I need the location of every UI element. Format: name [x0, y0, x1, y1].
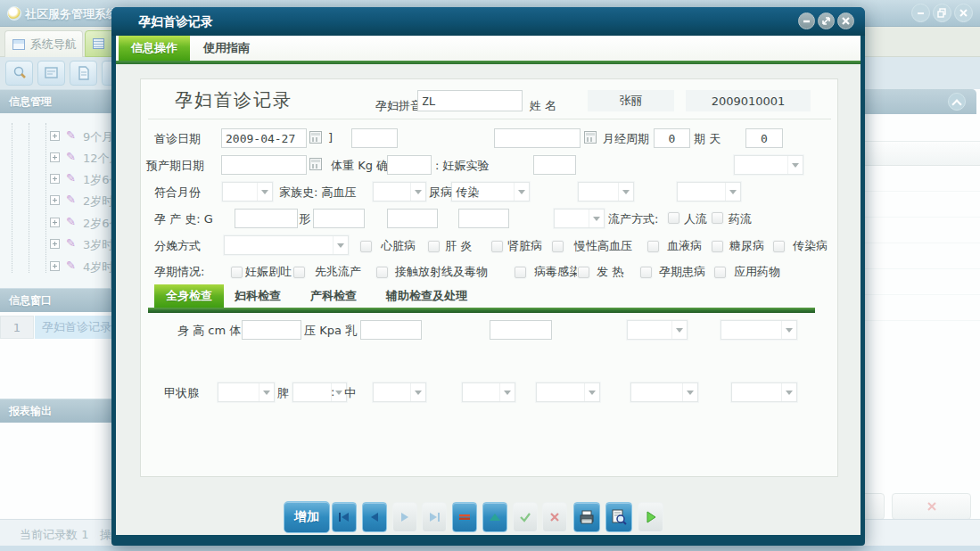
collapse-panel-button[interactable] — [948, 93, 966, 111]
expand-icon[interactable] — [50, 131, 60, 141]
tab-info-operation[interactable]: 信息操作 — [119, 36, 190, 61]
checkbox-chronic-hypertension[interactable] — [552, 241, 564, 252]
tree-item[interactable]: ✎ 2岁时 — [0, 191, 111, 210]
checkbox-threatened-abortion[interactable] — [293, 267, 305, 278]
table-row[interactable] — [858, 192, 980, 218]
print-button[interactable] — [573, 502, 600, 532]
checkbox-hepatitis[interactable] — [428, 241, 440, 252]
checkbox-diabetes[interactable] — [712, 241, 723, 252]
bp-input[interactable] — [360, 320, 422, 340]
tab-data-partial[interactable] — [85, 30, 115, 57]
expand-icon[interactable] — [50, 174, 60, 184]
table-row[interactable] — [858, 269, 980, 295]
date-input[interactable] — [494, 128, 581, 148]
due-date-input[interactable] — [221, 155, 307, 175]
delivery-select[interactable] — [224, 235, 349, 255]
checkbox-hyperemesis[interactable] — [231, 267, 243, 278]
row-c-select-3[interactable] — [578, 182, 634, 201]
next-record-button[interactable] — [392, 502, 417, 532]
menses-days-input[interactable] — [745, 128, 783, 148]
calendar-icon[interactable] — [309, 158, 322, 170]
confirm-button[interactable] — [513, 502, 538, 532]
tree-item[interactable]: ✎ 3岁时 — [0, 234, 111, 254]
height-input[interactable] — [242, 320, 301, 340]
add-button[interactable]: 增加 — [284, 501, 330, 533]
tab-system-nav[interactable]: 系统导航 — [4, 30, 83, 57]
tree-item[interactable]: ✎ 1岁6个月 — [0, 169, 111, 189]
checkbox-virus-infection[interactable] — [515, 267, 526, 278]
last-record-button[interactable] — [422, 502, 447, 532]
calendar-icon[interactable] — [584, 131, 597, 144]
cancel-button[interactable] — [542, 502, 567, 532]
checkbox-illness-in-pregnancy[interactable] — [640, 267, 652, 278]
checkbox-infectious-disease[interactable] — [773, 241, 785, 252]
expand-icon[interactable] — [50, 239, 60, 249]
checkbox-kidney-disease[interactable] — [491, 241, 503, 252]
checkbox-blood-disease[interactable] — [647, 241, 659, 252]
tree-item[interactable]: ✎ 9个月时 — [0, 127, 111, 146]
tab-general-exam[interactable]: 全身检查 — [154, 284, 224, 308]
weight-input[interactable] — [387, 155, 432, 175]
print-preview-button[interactable] — [605, 502, 632, 532]
first-record-button[interactable] — [332, 502, 357, 532]
tree-item[interactable]: ✎ 4岁时 — [0, 257, 111, 276]
tree-item[interactable]: ✎ 2岁6个月 — [0, 213, 111, 233]
history-input-3[interactable] — [387, 209, 438, 228]
dialog-minimize-icon[interactable] — [798, 12, 815, 29]
menses-input[interactable] — [654, 128, 690, 148]
expand-icon[interactable] — [50, 218, 60, 227]
exam-select-1[interactable] — [627, 320, 688, 340]
exam2-select-7[interactable] — [731, 382, 797, 402]
dialog-titlebar[interactable]: 孕妇首诊记录 — [111, 7, 865, 36]
exam-input-3[interactable] — [490, 320, 552, 340]
tab-user-guide[interactable]: 使用指南 — [191, 36, 262, 61]
month-match-select[interactable] — [222, 182, 273, 201]
pinyin-input[interactable] — [417, 90, 523, 111]
dialog-maximize-icon[interactable] — [818, 12, 835, 29]
section-info-window[interactable]: 信息窗口 — [0, 288, 111, 312]
history-input-4[interactable] — [458, 209, 509, 228]
row-c-select-4[interactable] — [677, 182, 741, 201]
checkbox-fever[interactable] — [578, 267, 589, 278]
window-minimize-icon[interactable] — [911, 4, 930, 22]
list-item[interactable]: 1 孕妇首诊记录 — [0, 316, 111, 339]
small-input[interactable] — [351, 128, 398, 148]
table-row[interactable] — [858, 166, 980, 192]
spleen-select[interactable] — [292, 382, 347, 402]
expand-icon[interactable] — [50, 195, 60, 205]
table-row[interactable] — [858, 243, 980, 269]
delete-row-button[interactable] — [892, 493, 971, 520]
table-row[interactable] — [858, 295, 980, 321]
tab-gyn-exam[interactable]: 妇科检查 — [235, 284, 281, 308]
section-info-management[interactable]: 信息管理 — [0, 89, 111, 113]
row-b-select[interactable] — [734, 155, 803, 175]
run-report-button[interactable] — [638, 502, 663, 532]
exam2-select-3[interactable] — [373, 382, 426, 402]
gravidity-input[interactable] — [235, 209, 298, 228]
first-visit-date-input[interactable] — [221, 128, 307, 148]
expand-icon[interactable] — [50, 261, 60, 271]
expand-icon[interactable] — [50, 152, 60, 162]
dialog-close-icon[interactable] — [837, 12, 854, 29]
tab-aux-exam[interactable]: 辅助检查及处理 — [386, 284, 467, 308]
checkbox-medication-use[interactable] — [714, 267, 726, 278]
edit-record-button[interactable] — [482, 502, 507, 532]
thyroid-select[interactable] — [218, 382, 275, 402]
search-record-button[interactable] — [5, 61, 33, 86]
preg-test-input[interactable] — [533, 155, 576, 175]
tree-item[interactable]: ✎ 12个月时 — [0, 148, 111, 168]
checkbox-heart-disease[interactable] — [360, 241, 372, 252]
parity-input[interactable] — [313, 209, 365, 228]
window-restore-icon[interactable] — [933, 4, 951, 22]
row-d-select[interactable] — [554, 209, 605, 228]
previous-record-button[interactable] — [362, 502, 387, 532]
tab-obstetric-exam[interactable]: 产科检查 — [310, 284, 357, 308]
table-row[interactable] — [858, 218, 980, 243]
document-button[interactable] — [70, 61, 97, 86]
calendar-icon[interactable] — [309, 131, 322, 144]
section-report-output[interactable]: 报表输出 — [0, 399, 111, 423]
window-close-icon[interactable] — [954, 4, 973, 22]
exam2-select-6[interactable] — [630, 382, 698, 402]
checkbox-radiation-exposure[interactable] — [376, 267, 388, 278]
delete-record-button[interactable] — [452, 502, 477, 532]
